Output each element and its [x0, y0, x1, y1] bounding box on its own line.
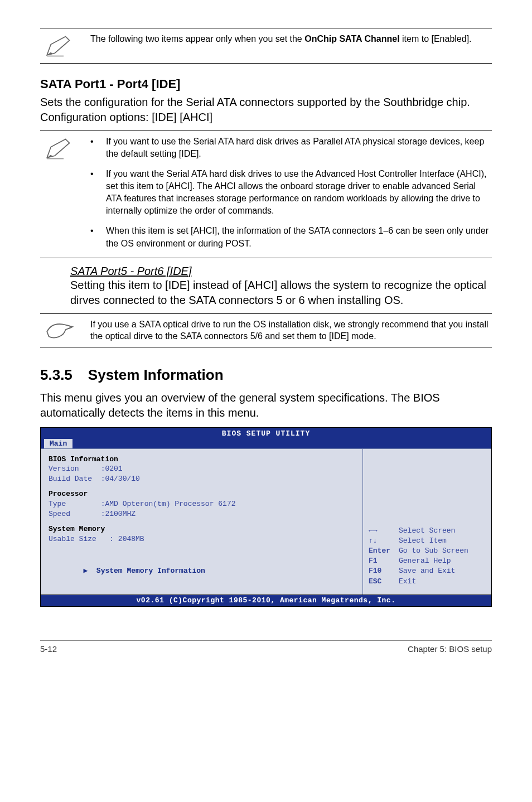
- hand-pointer-icon: [40, 318, 79, 342]
- bios-help-row: ↑↓Select Item: [369, 536, 486, 546]
- bios-label-usable: Usable Size: [49, 535, 96, 543]
- pencil-icon: [40, 33, 79, 59]
- bios-help-key: F1: [369, 556, 394, 566]
- bullet-text: If you want to use the Serial ATA hard d…: [106, 136, 492, 160]
- chapter-label: Chapter 5: BIOS setup: [408, 644, 492, 654]
- bios-help-row: ←→Select Screen: [369, 526, 486, 536]
- bios-help-text: Exit: [399, 577, 416, 587]
- bullet-text: When this item is set [AHCI], the inform…: [106, 225, 492, 249]
- bios-help-text: Save and Exit: [399, 566, 455, 576]
- note-text: If you use a SATA optical drive to run t…: [90, 318, 492, 342]
- bios-section-processor: Processor: [49, 490, 88, 498]
- bios-help-key: ←→: [369, 526, 394, 536]
- bios-help-panel: ←→Select Screen↑↓Select ItemEnterGo to S…: [363, 449, 491, 595]
- bios-section-biosinfo: BIOS Information: [49, 455, 118, 463]
- note-optical-drive: If you use a SATA optical drive to run t…: [40, 318, 492, 342]
- bios-value-builddate: :04/30/10: [101, 475, 140, 483]
- bios-help-key: Enter: [369, 546, 394, 556]
- bios-help-row: EnterGo to Sub Screen: [369, 546, 486, 556]
- bios-left-panel: BIOS Information Version :0201 Build Dat…: [41, 449, 363, 595]
- bios-section-sysmem: System Memory: [49, 525, 105, 533]
- triangle-right-icon: ▶: [83, 567, 88, 575]
- heading-number: 5.3.5: [40, 366, 72, 384]
- heading-system-information: 5.3.5 System Information: [40, 366, 492, 384]
- subheading-sata-port5-6: SATA Port5 - Port6 [IDE]: [70, 265, 492, 278]
- bios-value-usable: : 2048MB: [109, 535, 144, 543]
- bios-help-row: F1General Help: [369, 556, 486, 566]
- pencil-icon: [40, 136, 79, 161]
- page-number: 5-12: [40, 644, 57, 654]
- bios-help-text: General Help: [399, 556, 451, 566]
- bullet-icon: •: [90, 136, 96, 160]
- bullet-icon: •: [90, 168, 96, 217]
- bios-value-speed: :2100MHZ: [101, 510, 136, 518]
- bios-help-text: Select Item: [399, 536, 447, 546]
- bios-label-builddate: Build Date: [49, 475, 92, 483]
- page-footer: 5-12 Chapter 5: BIOS setup: [40, 640, 492, 654]
- bullet-ide: • If you want to use the Serial ATA hard…: [90, 136, 492, 160]
- bios-title: BIOS SETUP UTILITY: [111, 429, 421, 438]
- paragraph-sata-port5-6: Setting this item to [IDE] instead of [A…: [70, 278, 492, 308]
- bios-titlebar: BIOS SETUP UTILITY Main: [41, 428, 491, 448]
- bios-label-version: Version: [49, 465, 79, 473]
- bios-tab-main[interactable]: Main: [44, 439, 72, 448]
- paragraph-system-information: This menu gives you an overview of the g…: [40, 390, 492, 421]
- note-sata-options: • If you want to use the Serial ATA hard…: [40, 136, 492, 253]
- bios-help-row: F10Save and Exit: [369, 566, 486, 576]
- bios-help-text: Go to Sub Screen: [399, 546, 468, 556]
- bios-value-version: :0201: [101, 465, 123, 473]
- bios-help-key: ESC: [369, 577, 394, 587]
- bios-help-key: F10: [369, 566, 394, 576]
- note-onchip-sata: The following two items appear only when…: [40, 33, 492, 59]
- bios-help-key: ↑↓: [369, 536, 394, 546]
- bullet-text: If you want the Serial ATA hard disk dri…: [106, 168, 492, 217]
- bios-help-text: Select Screen: [399, 526, 455, 536]
- bios-copyright: v02.61 (C)Copyright 1985-2010, American …: [41, 595, 491, 606]
- bullet-icon: •: [90, 225, 96, 249]
- bios-label-type: Type: [49, 500, 66, 508]
- bullet-ahci: • If you want the Serial ATA hard disk d…: [90, 168, 492, 217]
- paragraph-sata-port1-4: Sets the configuration for the Serial AT…: [40, 95, 492, 125]
- heading-text: System Information: [88, 366, 224, 384]
- bios-help-row: ESCExit: [369, 577, 486, 587]
- bios-submenu-system-memory-info[interactable]: ▶ System Memory Information: [49, 556, 355, 586]
- bios-value-type: :AMD Opteron(tm) Processor 6172: [101, 500, 236, 508]
- bios-setup-screenshot: BIOS SETUP UTILITY Main BIOS Information…: [40, 427, 492, 607]
- note-text: The following two items appear only when…: [90, 33, 492, 45]
- bullet-ahci-info: • When this item is set [AHCI], the info…: [90, 225, 492, 249]
- bios-label-speed: Speed: [49, 510, 70, 518]
- heading-sata-port1-4: SATA Port1 - Port4 [IDE]: [40, 77, 492, 91]
